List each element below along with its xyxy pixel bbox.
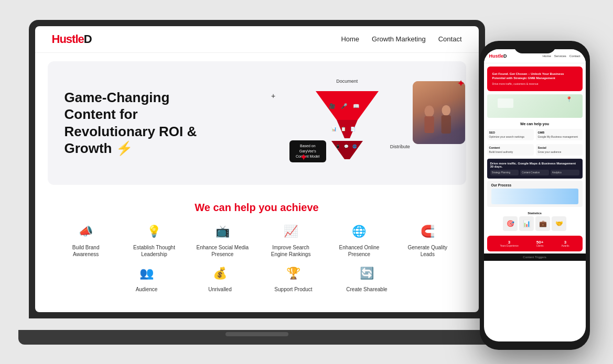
spark-bottom: ✦ [300,152,307,162]
feature-seo: 📈 Improve Search Engine Rankings [265,222,317,258]
phone-dark-cards: Strategy Planning Content Creation Analy… [490,170,579,175]
laptop-body: HustleD Home Growth Marketing Contact Ga… [29,20,485,318]
phone-icon-1: 📊 [519,216,534,231]
feature-label-thought: Establish Thought Leadership [128,244,180,258]
feature-icon-seo: 📈 [282,222,300,241]
feature-label-shareable: Create Shareable [346,286,387,293]
site-logo: HustleD [52,32,92,46]
phone-process-section: Our Process [487,181,583,207]
feature-label-unrivalled: Unrivalled [208,286,231,293]
nav-home[interactable]: Home [341,35,359,43]
phone-stat-years-num: 3 [500,240,519,245]
phone-dark-section: Drive more traffic. Google Maps & Busine… [487,159,583,179]
phone-stat-years: 3 Years Experience [500,240,519,247]
svg-text:📱: 📱 [336,144,340,149]
svg-text:📄: 📄 [350,126,356,131]
achieve-title: We can help you achieve [48,202,466,214]
phone-nav-home[interactable]: Home [543,54,551,58]
feature-thought-leadership: 💡 Establish Thought Leadership [128,222,180,258]
feature-leads: 🧲 Generate Quality Leads [401,222,454,258]
phone-screen: HustleD Home Services Contact Get Found.… [484,49,586,341]
phone-we-can-help: We can help you [484,120,586,128]
phone-nav-contact[interactable]: Contact [569,54,580,58]
phone-stats-bar: 3 Years Experience 50+ Clients 3 Awards [487,236,583,251]
svg-text:📊: 📊 [331,126,337,131]
feature-brand-awareness: 📣 Build Brand Awareness [60,222,112,258]
nav-growth-marketing[interactable]: Growth Marketing [372,35,426,43]
feature-label-audience: Audience [136,286,158,293]
feature-support: 🏆 Support Product [267,264,320,293]
phone-icon-2: 💼 [535,216,550,231]
svg-text:📖: 📖 [353,103,360,109]
phone-card-4: Social Grow your audience [536,144,583,156]
phone-stat-awards-num: 3 [562,240,569,245]
features-grid-row2: 👥 Audience 💰 Unrivalled 🏆 Support Produc… [48,258,466,293]
feature-online-presence: 🌐 Enhanced Online Presence [333,222,385,258]
phone-dark-card-1: Strategy Planning [490,170,519,175]
nav-links: Home Growth Marketing Contact [341,35,461,43]
feature-icon-support: 🏆 [284,264,303,283]
phone-icon-3: 🤝 [552,216,566,231]
phone-nav-services[interactable]: Services [554,54,566,58]
phone-stat-awards-label: Awards [562,245,569,247]
feature-social-media: 📺 Enhance Social Media Presence [196,222,249,258]
phone-stats-icons: Statistics 🎯 📊 💼 🤝 [487,209,583,234]
phone-icon-0: 🎯 [503,216,518,231]
funnel-label-document: Document [336,79,358,84]
phone-nav-links: Home Services Contact [543,54,580,58]
phone-map [487,94,583,118]
svg-text:📋: 📋 [341,126,346,131]
achieve-highlight: achieve [280,202,318,213]
photo-people [413,94,465,144]
phone-content: HustleD Home Services Contact Get Found.… [484,49,586,341]
phone-icons-row: 🎯 📊 💼 🤝 [490,216,580,231]
phone-hero-sub: Drive more traffic, customers & revenue [492,82,577,86]
phone-stat-clients-label: Clients [536,245,544,247]
phone-device: HustleD Home Services Contact Get Found.… [480,41,590,350]
phone-logo: HustleD [489,53,507,59]
phone-stat-awards: 3 Awards [562,240,569,247]
phone-stat-clients-num: 50+ [536,240,544,245]
feature-icon-social: 📺 [213,222,232,241]
phone-notch [514,41,556,53]
funnel-label-distribute: Distribute [390,144,410,149]
svg-text:🎥: 🎥 [329,103,336,109]
feature-icon-audience: 👥 [137,264,156,283]
hero-growth: Growth [64,140,112,156]
svg-text:🌐: 🌐 [352,144,357,149]
svg-text:🎤: 🎤 [341,103,348,109]
feature-icon-online: 🌐 [350,222,369,241]
feature-label-social: Enhance Social Media Presence [196,244,249,258]
svg-text:💬: 💬 [344,144,349,149]
feature-label-brand: Build Brand Awareness [60,244,112,258]
laptop-screen: HustleD Home Growth Marketing Contact Ga… [35,26,479,312]
nav-contact[interactable]: Contact [438,35,462,43]
hero-diagram: + Document [245,76,449,170]
spark-top: ✦ [457,79,464,89]
feature-audience: 👥 Audience [121,264,173,293]
laptop-base [18,330,496,345]
feature-icon-leads: 🧲 [418,222,437,241]
svg-point-14 [442,105,450,115]
plus-decoration: + [271,92,275,100]
svg-rect-15 [441,115,450,133]
laptop-device: HustleD Home Growth Marketing Contact Ga… [29,20,490,345]
feature-icon-brand: 📣 [77,222,95,241]
feature-icon-thought: 💡 [145,222,164,241]
phone-dark-card-2: Content Creation [520,170,549,175]
svg-marker-2 [331,141,363,159]
hero-title: Game-ChangingContent forRevolutionary RO… [64,89,235,157]
phone-process-diagram [491,189,578,204]
phone-statistics-title: Statistics [490,212,580,215]
phone-hero-text: Get Found. Get Chosen – Unlock Your Busi… [492,72,577,81]
phone-service-cards-row2: Content Build brand authority Social Gro… [484,143,586,157]
phone-stat-clients: 50+ Clients [536,240,544,247]
scene: HustleD Home Growth Marketing Contact Ga… [18,9,595,355]
feature-label-seo: Improve Search Engine Rankings [265,244,317,258]
hero-text: Game-ChangingContent forRevolutionary RO… [64,89,235,157]
phone-dark-card-3: Analytics [551,170,579,175]
hero-section: Game-ChangingContent forRevolutionary RO… [48,61,466,185]
photo-overlay [413,81,465,144]
phone-hero: Get Found. Get Chosen – Unlock Your Busi… [487,67,583,92]
feature-label-online: Enhanced Online Presence [333,244,385,258]
